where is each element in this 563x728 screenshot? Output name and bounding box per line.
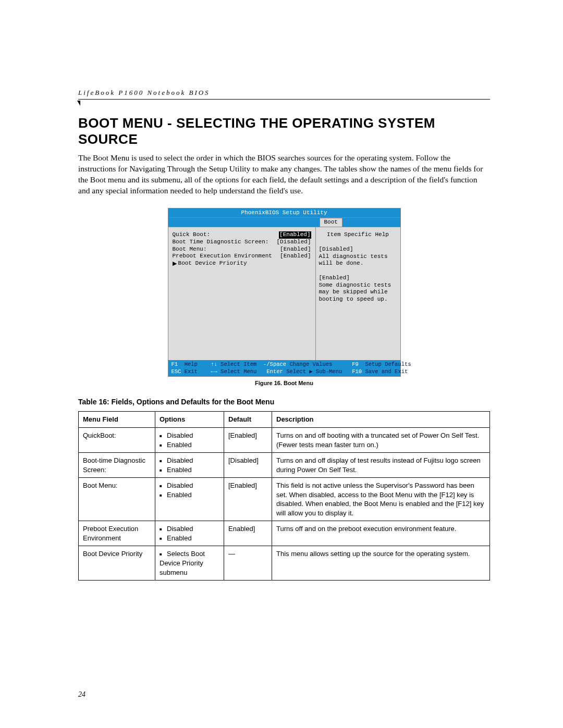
- cell-default: —: [224, 546, 272, 581]
- cell-field: Boot Device Priority: [79, 546, 155, 581]
- header-marker-icon: [77, 101, 80, 106]
- cell-field: Preboot Execution Environment: [79, 521, 155, 546]
- cell-desc: This menu allows setting up the source f…: [272, 546, 490, 581]
- table-row: Boot Menu: Disabled Enabled [Enabled] Th…: [79, 478, 490, 521]
- bios-row-diagnostic: Boot Time Diagnostic Screen: [Disabled]: [173, 239, 311, 246]
- bios-footer: F1 Help ↑↓ Select Item -/Space Change Va…: [168, 360, 400, 376]
- option-item: Disabled: [160, 431, 219, 440]
- table-caption: Table 16: Fields, Options and Defaults f…: [78, 398, 490, 406]
- cell-options: Disabled Enabled: [155, 521, 224, 546]
- cell-default: [Enabled]: [224, 428, 272, 453]
- th-options: Options: [155, 412, 224, 428]
- submenu-arrow-icon: ▶: [173, 260, 178, 267]
- bios-value: [Enabled]: [280, 246, 311, 253]
- option-item: Enabled: [160, 534, 219, 543]
- bios-value: [Enabled]: [280, 253, 311, 260]
- bios-row-quickboot: Quick Boot: [Enabled]: [173, 231, 311, 239]
- bios-tab-boot: Boot: [320, 218, 342, 227]
- cell-default: [Disabled]: [224, 453, 272, 478]
- running-head: LifeBook P1600 Notebook BIOS: [78, 89, 490, 97]
- option-item: Selects Boot Device Priority submenu: [160, 549, 219, 577]
- cell-desc: Turns on and off display of test results…: [272, 453, 490, 478]
- cell-options: Disabled Enabled: [155, 428, 224, 453]
- option-item: Enabled: [160, 465, 219, 475]
- bios-label: Preboot Execution Environment: [173, 253, 280, 260]
- cell-default: [Enabled]: [224, 478, 272, 521]
- cell-field: Boot Menu:: [79, 478, 155, 521]
- cell-desc: This field is not active unless the Supe…: [272, 478, 490, 521]
- cell-default: Enabled]: [224, 521, 272, 546]
- bios-label: Boot Menu:: [173, 246, 280, 253]
- table-row: Preboot Execution Environment Disabled E…: [79, 521, 490, 546]
- table-row: Boot-time Diagnostic Screen: Disabled En…: [79, 453, 490, 478]
- th-menu-field: Menu Field: [79, 412, 155, 428]
- bios-screenshot: PhoenixBIOS Setup Utility Boot Quick Boo…: [168, 208, 401, 377]
- section-title: BOOT MENU - SELECTING THE OPERATING SYST…: [78, 115, 490, 147]
- option-item: Enabled: [160, 440, 219, 450]
- bios-value-selected: [Enabled]: [279, 231, 311, 239]
- option-item: Disabled: [160, 481, 219, 490]
- table-header-row: Menu Field Options Default Description: [79, 412, 490, 428]
- bios-row-submenu: ▶ Boot Device Priority: [173, 260, 311, 267]
- page-number: 24: [78, 690, 85, 699]
- bios-help-panel: Item Specific Help [Disabled] All diagno…: [316, 227, 400, 360]
- figure-caption: Figure 16. Boot Menu: [78, 380, 490, 386]
- th-description: Description: [272, 412, 490, 428]
- option-item: Enabled: [160, 490, 219, 500]
- bios-value: [Disabled]: [276, 239, 311, 246]
- bios-left-panel: Quick Boot: [Enabled] Boot Time Diagnost…: [168, 227, 316, 360]
- table-row: QuickBoot: Disabled Enabled [Enabled] Tu…: [79, 428, 490, 453]
- bios-row-pxe: Preboot Execution Environment [Enabled]: [173, 253, 311, 260]
- bios-help-body: [Disabled] All diagnostic tests will be …: [319, 246, 397, 303]
- cell-desc: Turns off and on the preboot execution e…: [272, 521, 490, 546]
- bios-label: Quick Boot:: [173, 231, 279, 239]
- header-rule: [78, 99, 490, 100]
- bios-submenu-label: Boot Device Priority: [178, 260, 247, 267]
- bios-row-bootmenu: Boot Menu: [Enabled]: [173, 246, 311, 253]
- cell-desc: Turns on and off booting with a truncate…: [272, 428, 490, 453]
- bios-label: Boot Time Diagnostic Screen:: [173, 239, 277, 246]
- fields-table: Menu Field Options Default Description Q…: [78, 411, 490, 581]
- intro-paragraph: The Boot Menu is used to select the orde…: [78, 153, 490, 196]
- table-row: Boot Device Priority Selects Boot Device…: [79, 546, 490, 581]
- th-default: Default: [224, 412, 272, 428]
- cell-field: Boot-time Diagnostic Screen:: [79, 453, 155, 478]
- cell-options: Selects Boot Device Priority submenu: [155, 546, 224, 581]
- option-item: Disabled: [160, 456, 219, 465]
- bios-title-bar: PhoenixBIOS Setup Utility: [168, 208, 400, 218]
- bios-help-title: Item Specific Help: [319, 231, 397, 239]
- cell-options: Disabled Enabled: [155, 453, 224, 478]
- cell-field: QuickBoot:: [79, 428, 155, 453]
- document-page: LifeBook P1600 Notebook BIOS BOOT MENU -…: [0, 0, 563, 728]
- cell-options: Disabled Enabled: [155, 478, 224, 521]
- option-item: Disabled: [160, 524, 219, 534]
- bios-tab-row: Boot: [168, 218, 400, 227]
